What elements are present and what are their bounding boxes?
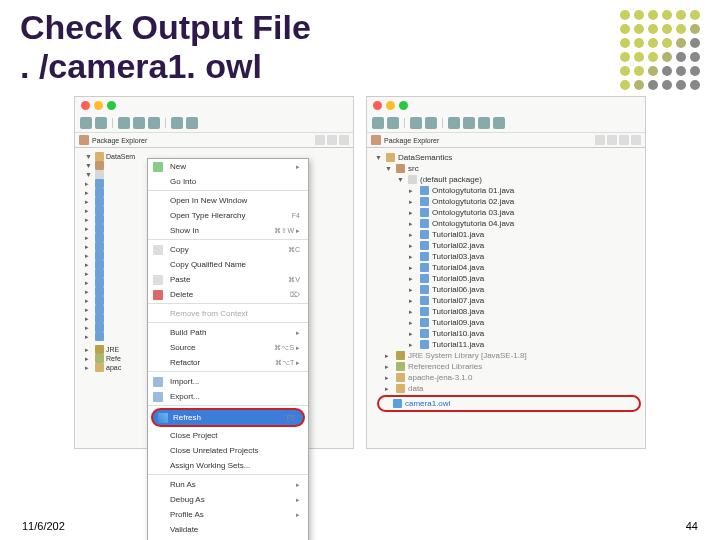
tree-java-file[interactable]: ▸Tutorial10.java — [375, 328, 643, 339]
context-menu-item[interactable]: Paste⌘V — [148, 272, 308, 287]
context-menu-item[interactable]: Profile As▸ — [148, 507, 308, 522]
tree-row[interactable]: ▸ — [83, 296, 148, 305]
context-menu-item[interactable]: Close Project — [148, 428, 308, 443]
toolbar-icon[interactable] — [171, 117, 183, 129]
context-menu-item[interactable]: Debug As▸ — [148, 492, 308, 507]
toolbar-icon[interactable] — [118, 117, 130, 129]
tree-row[interactable]: ▸ — [83, 323, 148, 332]
view-action-icon[interactable] — [595, 135, 605, 145]
view-action-icon[interactable] — [327, 135, 337, 145]
toolbar-icon[interactable] — [387, 117, 399, 129]
toolbar-icon[interactable] — [448, 117, 460, 129]
context-menu-item[interactable]: RefreshF5 — [151, 408, 305, 427]
toolbar-icon[interactable] — [186, 117, 198, 129]
close-icon[interactable] — [81, 101, 90, 110]
tree-row[interactable]: ▼ — [83, 170, 148, 179]
tree-java-file[interactable]: ▸Ontologytutoria 02.java — [375, 196, 643, 207]
toolbar-icon[interactable] — [95, 117, 107, 129]
tree-lib[interactable]: ▸data — [375, 383, 643, 394]
tree-row[interactable]: ▸ — [83, 197, 148, 206]
view-action-icon[interactable] — [631, 135, 641, 145]
view-action-icon[interactable] — [607, 135, 617, 145]
tree-row[interactable]: ▸ — [83, 251, 148, 260]
context-menu-item[interactable]: Go Into — [148, 174, 308, 191]
maximize-icon[interactable] — [107, 101, 116, 110]
tree-java-file[interactable]: ▸Tutorial06.java — [375, 284, 643, 295]
maximize-icon[interactable] — [399, 101, 408, 110]
tree-java-file[interactable]: ▸Tutorial08.java — [375, 306, 643, 317]
context-menu-item[interactable]: Source⌘⌥S ▸ — [148, 340, 308, 355]
context-menu-item[interactable]: New▸ — [148, 159, 308, 174]
toolbar-icon[interactable] — [425, 117, 437, 129]
view-action-icon[interactable] — [619, 135, 629, 145]
tab-label[interactable]: Package Explorer — [92, 137, 147, 144]
tree-row[interactable]: ▸ — [83, 332, 148, 341]
tree-row[interactable]: ▸ — [83, 242, 148, 251]
view-action-icon[interactable] — [315, 135, 325, 145]
copy-icon — [153, 245, 163, 255]
toolbar-icon[interactable] — [410, 117, 422, 129]
tree-project[interactable]: ▼DataSem — [83, 152, 148, 161]
tree-java-file[interactable]: ▸Tutorial04.java — [375, 262, 643, 273]
tree-row[interactable]: ▸ — [83, 278, 148, 287]
tab-label[interactable]: Package Explorer — [384, 137, 439, 144]
tree-row[interactable]: ▸ — [83, 260, 148, 269]
tree-pkg[interactable]: ▼(default package) — [375, 174, 643, 185]
toolbar-icon[interactable] — [148, 117, 160, 129]
context-menu-item[interactable]: Close Unrelated Projects — [148, 443, 308, 458]
tree-src[interactable]: ▼src — [375, 163, 643, 174]
tree-row[interactable]: ▸ — [83, 233, 148, 242]
tree-owl-file[interactable]: camera1.owl — [383, 398, 635, 409]
tree-lib[interactable]: ▸apache-jena-3.1.0 — [375, 372, 643, 383]
minimize-icon[interactable] — [94, 101, 103, 110]
tree-row[interactable]: ▸apac — [83, 363, 148, 372]
toolbar-icon[interactable] — [463, 117, 475, 129]
tree-row[interactable]: ▸ — [83, 206, 148, 215]
tree-java-file[interactable]: ▸Tutorial09.java — [375, 317, 643, 328]
view-action-icon[interactable] — [339, 135, 349, 145]
context-menu-item[interactable]: Copy⌘C — [148, 242, 308, 257]
tree-row[interactable]: ▼ — [83, 161, 148, 170]
tree-java-file[interactable]: ▸Ontologytutoria 01.java — [375, 185, 643, 196]
tree-row[interactable]: ▸ — [83, 287, 148, 296]
tree-row[interactable]: ▸ — [83, 269, 148, 278]
tree-lib[interactable]: ▸Referenced Libraries — [375, 361, 643, 372]
tree-row[interactable]: ▸ — [83, 224, 148, 233]
tree-java-file[interactable]: ▸Tutorial02.java — [375, 240, 643, 251]
tree-java-file[interactable]: ▸Tutorial07.java — [375, 295, 643, 306]
tree-java-file[interactable]: ▸Tutorial11.java — [375, 339, 643, 350]
context-menu-item[interactable]: Refactor⌘⌥T ▸ — [148, 355, 308, 372]
context-menu-item[interactable]: Export... — [148, 389, 308, 406]
close-icon[interactable] — [373, 101, 382, 110]
toolbar-icon[interactable] — [80, 117, 92, 129]
toolbar-icon[interactable] — [372, 117, 384, 129]
tree-row[interactable]: ▸ — [83, 314, 148, 323]
context-menu-item[interactable]: Open In New Window — [148, 193, 308, 208]
tree-java-file[interactable]: ▸Ontologytutoria 03.java — [375, 207, 643, 218]
tree-project[interactable]: ▼DataSemantics — [375, 152, 643, 163]
tree-row[interactable]: ▸ — [83, 188, 148, 197]
context-menu-item[interactable]: Import... — [148, 374, 308, 389]
context-menu-item[interactable]: Show In⌘⇧W ▸ — [148, 223, 308, 240]
tree-java-file[interactable]: ▸Tutorial03.java — [375, 251, 643, 262]
tree-java-file[interactable]: ▸Tutorial05.java — [375, 273, 643, 284]
context-menu-item[interactable]: Copy Qualified Name — [148, 257, 308, 272]
tree-java-file[interactable]: ▸Tutorial01.java — [375, 229, 643, 240]
tree-row[interactable]: ▸JRE — [83, 345, 148, 354]
tree-row[interactable]: ▸ — [83, 215, 148, 224]
tree-row[interactable]: ▸Refe — [83, 354, 148, 363]
tree-row[interactable]: ▸ — [83, 179, 148, 188]
context-menu-item[interactable]: Build Path▸ — [148, 325, 308, 340]
context-menu-item[interactable]: Validate — [148, 522, 308, 537]
toolbar-icon[interactable] — [493, 117, 505, 129]
tree-row[interactable]: ▸ — [83, 305, 148, 314]
toolbar-icon[interactable] — [133, 117, 145, 129]
tree-java-file[interactable]: ▸Ontologytutoria 04.java — [375, 218, 643, 229]
tree-lib[interactable]: ▸JRE System Library [JavaSE-1.8] — [375, 350, 643, 361]
minimize-icon[interactable] — [386, 101, 395, 110]
context-menu-item[interactable]: Assign Working Sets... — [148, 458, 308, 475]
context-menu-item[interactable]: Delete⌦ — [148, 287, 308, 304]
context-menu-item[interactable]: Run As▸ — [148, 477, 308, 492]
context-menu-item[interactable]: Open Type HierarchyF4 — [148, 208, 308, 223]
toolbar-icon[interactable] — [478, 117, 490, 129]
